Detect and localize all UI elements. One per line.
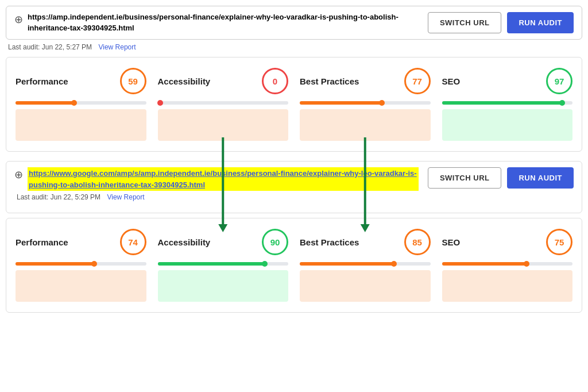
score-circle: 0 [262,68,288,94]
globe-icon: ⊕ [14,13,23,26]
metric-title: Performance [16,76,68,86]
bar-track [158,262,289,266]
second-last-audit: Last audit: Jun 22, 5:29 PM View Report [14,193,574,201]
bar-container [16,101,146,141]
bar-rect [300,270,431,302]
bar-fill [442,262,527,266]
top-run-audit-button[interactable]: RUN AUDIT [507,12,574,33]
score-circle: 75 [546,229,572,255]
top-url-section: ⊕ https://amp.independent.ie/business/pe… [14,12,419,33]
bar-dot [391,261,397,267]
metric-title: Best Practices [300,237,359,247]
bar-container [442,262,573,302]
bar-dot [524,261,529,267]
metric-card-best-practices: Best Practices 85 [296,226,434,304]
second-run-audit-button[interactable]: RUN AUDIT [507,167,574,189]
metric-header: Accessibility 0 [158,68,289,94]
score-circle: 74 [120,229,146,255]
second-url-section: ⊕ https://www.google.com/amp/s/amp.indep… [14,167,419,191]
bar-fill [158,262,265,266]
top-actions: SWITCH URL RUN AUDIT [428,12,574,33]
bar-dot [157,100,163,106]
score-circle: 77 [404,68,431,94]
bar-track [300,262,431,266]
metric-header: Best Practices 77 [300,68,431,94]
bar-rect [442,270,573,302]
second-view-report-link[interactable]: View Report [107,193,144,201]
bar-rect [442,109,573,141]
bar-dot [91,261,97,267]
metric-title: Accessibility [158,76,211,86]
bar-dot [71,100,77,106]
bar-fill [158,101,161,105]
bar-rect [300,109,431,141]
metric-card-accessibility: Accessibility 0 [154,66,292,143]
bar-fill [442,101,562,105]
metric-card-seo: SEO 75 [439,226,577,304]
metric-header: SEO 97 [442,68,573,94]
bar-fill [300,101,382,105]
metric-header: SEO 75 [442,229,573,255]
bar-track [16,101,146,105]
bar-rect [158,270,289,302]
main-wrapper: ⊕ https://amp.independent.ie/business/pe… [6,6,582,313]
bar-dot [559,100,565,106]
metric-title: SEO [442,76,461,86]
bar-rect [158,109,289,141]
metric-title: Best Practices [300,76,359,86]
top-last-audit: Last audit: Jun 22, 5:27 PM View Report [6,43,582,51]
bar-dot [379,100,385,106]
second-url-row: ⊕ https://www.google.com/amp/s/amp.indep… [14,167,574,191]
bar-track [442,101,573,105]
bar-container [300,262,431,302]
metric-header: Best Practices 85 [300,229,431,255]
bar-track [158,101,289,105]
top-metrics-row: Performance 59 Accessibility 0 [6,57,582,152]
score-circle: 97 [546,68,572,94]
bar-container [442,101,573,141]
globe-icon-2: ⊕ [14,168,23,181]
metric-title: Accessibility [158,237,211,247]
bar-track [16,262,146,266]
top-view-report-link[interactable]: View Report [98,43,136,51]
bar-container [300,101,431,141]
metric-title: SEO [442,237,461,247]
metric-card-performance: Performance 74 [12,226,150,304]
bar-fill [16,101,74,105]
top-url-text: https://amp.independent.ie/business/pers… [28,12,419,33]
metric-card-accessibility: Accessibility 90 [154,226,292,304]
metric-header: Accessibility 90 [158,229,289,255]
top-switch-url-button[interactable]: SWITCH URL [428,12,502,33]
bar-fill [16,262,94,266]
score-circle: 59 [120,68,146,94]
second-url-bar: ⊕ https://www.google.com/amp/s/amp.indep… [6,161,582,213]
second-url-text: https://www.google.com/amp/s/amp.indepen… [28,167,419,191]
bar-rect [16,270,146,302]
second-switch-url-button[interactable]: SWITCH URL [428,167,502,189]
bar-container [158,262,289,302]
score-circle: 90 [262,229,288,255]
bar-fill [300,262,394,266]
second-actions: SWITCH URL RUN AUDIT [428,167,574,189]
score-circle: 85 [404,229,431,255]
top-audit-text: Last audit: Jun 22, 5:27 PM [8,43,92,51]
top-url-bar: ⊕ https://amp.independent.ie/business/pe… [6,6,582,40]
second-audit-text: Last audit: Jun 22, 5:29 PM [17,193,100,201]
metric-card-best-practices: Best Practices 77 [296,66,434,143]
bar-track [442,262,573,266]
bar-rect [16,109,146,141]
metric-header: Performance 59 [16,68,146,94]
bar-container [158,101,289,141]
bar-container [16,262,146,302]
metric-header: Performance 74 [16,229,146,255]
bar-track [300,101,431,105]
metric-title: Performance [16,237,68,247]
metric-card-seo: SEO 97 [439,66,577,143]
bar-dot [262,261,268,267]
bottom-metrics-row: Performance 74 Accessibility 90 [6,218,582,313]
metric-card-performance: Performance 59 [12,66,150,143]
